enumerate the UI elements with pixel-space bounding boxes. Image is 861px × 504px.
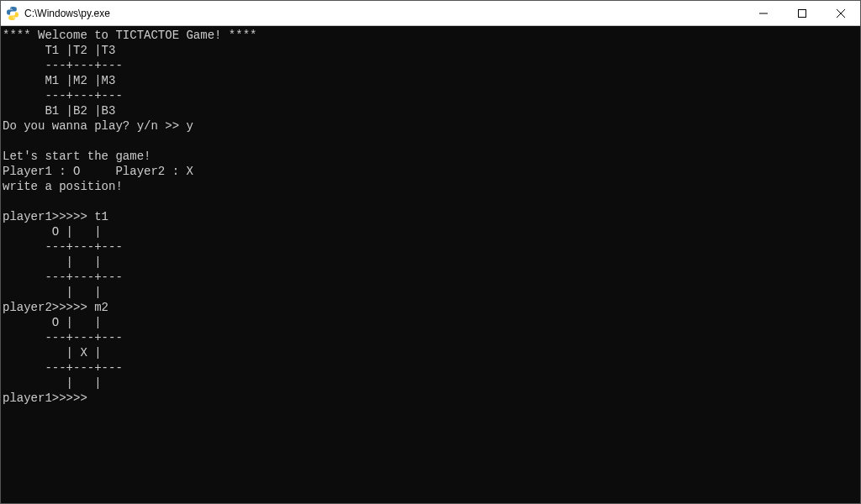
terminal-line: O | | bbox=[3, 315, 860, 330]
terminal-line: player2>>>>> m2 bbox=[3, 300, 860, 315]
terminal-line bbox=[3, 194, 860, 209]
terminal-line: ---+---+--- bbox=[3, 360, 860, 375]
window-controls bbox=[744, 1, 860, 25]
terminal-line: ---+---+--- bbox=[3, 239, 860, 255]
terminal-line: ---+---+--- bbox=[3, 58, 860, 73]
console-window: C:\Windows\py.exe **** Welcome to TICTAC… bbox=[0, 0, 861, 504]
terminal-line: player1>>>>> bbox=[3, 391, 860, 406]
terminal-line bbox=[3, 134, 860, 149]
terminal-line: **** Welcome to TICTACTOE Game! **** bbox=[3, 28, 860, 43]
terminal-line: Let's start the game! bbox=[3, 149, 860, 164]
terminal-line: | | bbox=[3, 375, 860, 391]
python-icon bbox=[6, 7, 19, 20]
maximize-button[interactable] bbox=[783, 1, 821, 25]
terminal-line: ---+---+--- bbox=[3, 330, 860, 345]
svg-point-0 bbox=[10, 8, 11, 8]
terminal-line: write a position! bbox=[3, 179, 860, 194]
terminal-line: | | bbox=[3, 255, 860, 270]
close-button[interactable] bbox=[821, 1, 860, 25]
terminal-line: player1>>>>> t1 bbox=[3, 209, 860, 224]
terminal-line: M1 |M2 |M3 bbox=[3, 73, 860, 88]
title-left: C:\Windows\py.exe bbox=[1, 7, 110, 20]
svg-rect-2 bbox=[799, 9, 806, 17]
terminal-line: ---+---+--- bbox=[3, 270, 860, 285]
window-title: C:\Windows\py.exe bbox=[24, 8, 110, 19]
terminal-line: B1 |B2 |B3 bbox=[3, 103, 860, 118]
terminal-line: Player1 : O Player2 : X bbox=[3, 164, 860, 179]
minimize-button[interactable] bbox=[744, 1, 783, 25]
terminal-line: O | | bbox=[3, 224, 860, 239]
terminal-line: Do you wanna play? y/n >> y bbox=[3, 118, 860, 134]
terminal-line: T1 |T2 |T3 bbox=[3, 43, 860, 58]
titlebar[interactable]: C:\Windows\py.exe bbox=[1, 1, 860, 26]
terminal-line: ---+---+--- bbox=[3, 88, 860, 103]
svg-point-1 bbox=[13, 18, 14, 18]
terminal-line: | X | bbox=[3, 345, 860, 360]
terminal-line: | | bbox=[3, 285, 860, 300]
terminal-output[interactable]: **** Welcome to TICTACTOE Game! **** T1 … bbox=[1, 26, 860, 503]
